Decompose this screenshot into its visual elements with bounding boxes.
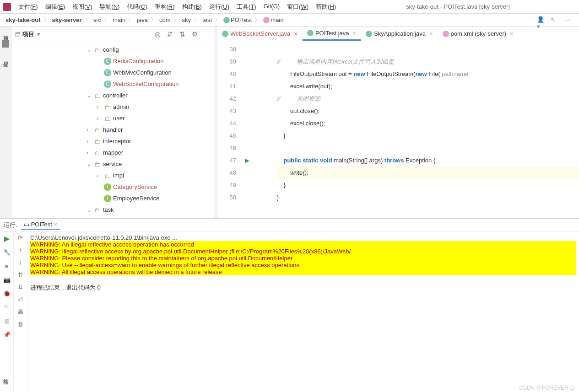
print-icon[interactable]: 🖶 — [17, 308, 23, 315]
chevron-icon[interactable]: › — [97, 172, 103, 179]
code-line[interactable]: } — [277, 191, 579, 204]
layout-icon[interactable]: ▦ — [3, 317, 11, 325]
editor-tab[interactable]: POITest.java× — [303, 27, 361, 41]
editor-tab[interactable]: WebSocketServer.java× — [217, 27, 303, 41]
crumb[interactable]: com — [157, 16, 173, 24]
code-line[interactable]: public static void main(String[] args) t… — [277, 154, 579, 166]
code-line[interactable]: // 关闭资源 — [277, 92, 579, 105]
wrench-icon[interactable]: 🔧 — [3, 248, 11, 256]
tree-up-icon[interactable]: ⇈ — [18, 271, 23, 278]
gutter-slot[interactable] — [240, 92, 254, 105]
editor-tab[interactable]: SkyApplication.java× — [361, 27, 438, 41]
tree-row[interactable]: CWebMvcConfiguration — [11, 67, 215, 78]
project-title[interactable]: 项目 — [22, 30, 34, 38]
split-icon[interactable]: ▭ — [564, 16, 573, 24]
code-line[interactable] — [277, 43, 579, 55]
menu-item[interactable]: 运行(U) — [206, 1, 233, 13]
gutter-slot[interactable] — [240, 80, 254, 92]
chevron-icon[interactable]: › — [87, 126, 93, 133]
tree-row[interactable]: ⌄🗀service — [11, 158, 215, 170]
chevron-icon[interactable]: › — [87, 149, 93, 156]
gutter-slot[interactable] — [240, 142, 254, 154]
tree-row[interactable]: ›🗀mapper — [11, 147, 215, 158]
tree-row[interactable]: ›🗀handler — [11, 124, 215, 135]
breadcrumb[interactable]: sky-take-out〉sky-server〉src〉main〉java〉co… — [3, 16, 287, 25]
run-button[interactable]: ▶ — [3, 234, 11, 242]
camera-icon[interactable]: 📷 — [3, 275, 11, 284]
gutter-slot[interactable] — [240, 105, 254, 117]
gutter-slot[interactable] — [240, 129, 254, 142]
tree-row[interactable]: IEmployeeService — [11, 193, 215, 204]
gutter-slot[interactable] — [240, 55, 254, 68]
breakpoint-gutter[interactable] — [254, 41, 272, 218]
tree-row[interactable]: ›🗀admin — [11, 101, 215, 113]
code-line[interactable]: excel.close(); — [277, 117, 579, 129]
target-icon[interactable]: ◎ — [155, 30, 161, 38]
tree-row[interactable]: CWebSocketConfiguration — [11, 78, 215, 90]
gutter-slot[interactable] — [240, 117, 254, 129]
crumb[interactable]: src — [91, 16, 104, 24]
folder-icon[interactable] — [2, 40, 9, 48]
up-arrow-icon[interactable]: ↑ — [19, 247, 22, 253]
gutter-slot[interactable] — [240, 191, 254, 204]
menu-item[interactable]: 工具(T) — [233, 1, 260, 13]
tree-row[interactable]: ›🗀user — [11, 113, 215, 124]
code-line[interactable] — [277, 142, 579, 154]
tree-row[interactable]: CRedisConfiguration — [11, 55, 215, 67]
code-line[interactable]: out.close(); — [277, 105, 579, 117]
crumb[interactable]: java — [134, 16, 151, 24]
close-icon[interactable]: × — [429, 30, 433, 37]
editor[interactable]: 38394041424344454647484950 ▶ // 输出流将内存的e… — [217, 41, 579, 218]
tree-down-icon[interactable]: ⇊ — [18, 284, 23, 290]
chevron-icon[interactable]: › — [97, 103, 103, 110]
crumb[interactable]: main — [260, 16, 286, 25]
code-area[interactable]: // 输出流将内存的excel文件写入到磁盘 FileOutputStream … — [272, 41, 579, 218]
chevron-icon[interactable]: ⌄ — [87, 161, 93, 167]
run-tab[interactable]: ▭ POITest × — [21, 220, 60, 230]
menu-item[interactable]: Git(G) — [260, 1, 283, 13]
code-line[interactable]: } — [277, 179, 579, 191]
tree-row[interactable]: ›🗀interceptor — [11, 135, 215, 147]
chevron-icon[interactable]: › — [87, 138, 93, 145]
grid-icon[interactable]: ⊞ — [3, 379, 8, 386]
chevron-down-icon[interactable]: ▾ — [37, 31, 40, 38]
gutter-slot[interactable] — [240, 68, 254, 80]
menu-item[interactable]: 视图(V) — [69, 1, 96, 13]
trash-icon[interactable]: 🗑 — [17, 321, 23, 328]
tree-row[interactable]: ⌄🗀task — [11, 204, 215, 215]
close-icon[interactable]: × — [294, 30, 298, 37]
code-line[interactable]: // 输出流将内存的excel文件写入到磁盘 — [277, 55, 579, 68]
project-tree[interactable]: ⌄🗀configCRedisConfigurationCWebMvcConfig… — [11, 42, 215, 218]
crumb[interactable]: main — [110, 16, 128, 24]
menu-item[interactable]: 文件(F) — [15, 1, 42, 13]
close-icon[interactable]: × — [353, 30, 357, 37]
run-marker-icon[interactable]: ▶ — [245, 157, 249, 164]
down-arrow-icon[interactable]: ↓ — [19, 259, 22, 266]
chevron-icon[interactable]: ⌄ — [87, 46, 93, 53]
chevron-icon[interactable]: ⌄ — [87, 206, 93, 213]
chevron-icon[interactable]: › — [97, 115, 103, 122]
pin-icon[interactable]: 📌 — [3, 330, 11, 338]
gear-icon[interactable]: ⚙ — [192, 30, 198, 38]
code-line[interactable]: } — [277, 129, 579, 142]
code-line[interactable]: write(); — [277, 166, 579, 179]
wrap-icon[interactable]: ⏎ — [18, 296, 23, 303]
code-line[interactable]: excel.write(out); — [277, 80, 579, 92]
hide-icon[interactable]: — — [204, 30, 211, 38]
tree-row[interactable]: ⌄🗀config — [11, 44, 215, 55]
menu-item[interactable]: 导航(N) — [96, 1, 123, 13]
gutter-slot[interactable]: ▶ — [240, 154, 254, 166]
gutter-slot[interactable] — [240, 166, 254, 179]
menu-item[interactable]: 重构(R) — [151, 1, 179, 13]
tree-row[interactable]: ICategoryService — [11, 181, 215, 193]
code-line[interactable]: FileOutputStream out = new FileOutputStr… — [277, 68, 579, 80]
tree-row[interactable]: ›🗀impl — [11, 170, 215, 181]
menu-item[interactable]: 编辑(E) — [42, 1, 69, 13]
expand-icon[interactable]: ⇵ — [167, 30, 173, 38]
crumb[interactable]: sky — [179, 16, 194, 24]
tree-row[interactable]: ⌄🗀controller — [11, 90, 215, 101]
bug-icon[interactable]: 🐞 — [3, 289, 11, 297]
restart-icon[interactable]: ⟳ — [18, 234, 23, 241]
gutter-slot[interactable] — [240, 179, 254, 191]
export-icon[interactable]: ⇱ — [3, 303, 11, 311]
